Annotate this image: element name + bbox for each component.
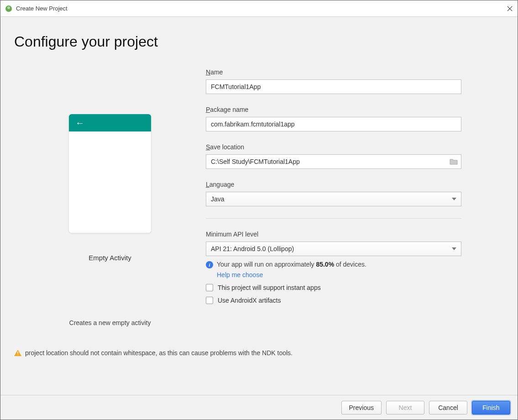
template-name: Empty Activity: [89, 254, 131, 262]
min-api-select-value: API 21: Android 5.0 (Lollipop): [211, 245, 294, 252]
warning-icon: [14, 350, 21, 356]
instant-apps-label: This project will support instant apps: [218, 284, 321, 291]
svg-rect-4: [17, 352, 18, 354]
package-name-label: Package name: [206, 106, 461, 113]
previous-button[interactable]: Previous: [341, 401, 382, 415]
window-title: Create New Project: [16, 5, 68, 12]
language-select[interactable]: Java: [206, 192, 461, 206]
dialog-body: Configure your project ← Empty Activity …: [0, 17, 518, 395]
instant-apps-checkbox-row: This project will support instant apps: [206, 284, 461, 291]
warning-row: project location should not contain whit…: [14, 349, 293, 357]
android-studio-icon: [5, 5, 12, 12]
dialog-footer: Previous Next Cancel Finish: [0, 395, 518, 420]
cancel-button[interactable]: Cancel: [429, 401, 467, 415]
finish-button[interactable]: Finish: [472, 401, 510, 415]
api-coverage-info: i Your app will run on approximately 85.…: [206, 261, 461, 268]
chevron-down-icon: [452, 247, 456, 250]
chevron-down-icon: [452, 198, 456, 200]
next-button: Next: [386, 401, 424, 415]
browse-folder-icon[interactable]: [450, 158, 458, 165]
form-column: Name Package name Save location: [206, 68, 461, 326]
page-heading: Configure your project: [14, 33, 504, 50]
help-me-choose-link[interactable]: Help me choose: [217, 271, 461, 278]
info-icon: i: [206, 261, 213, 268]
warning-text: project location should not contain whit…: [25, 349, 293, 357]
language-select-value: Java: [211, 195, 225, 203]
divider: [206, 218, 461, 219]
androidx-checkbox-row: Use AndroidX artifacts: [206, 297, 461, 304]
save-location-label: Save location: [206, 143, 461, 151]
device-preview: ←: [69, 114, 151, 233]
template-description: Creates a new empty activity: [69, 319, 151, 326]
template-preview-column: ← Empty Activity Creates a new empty act…: [14, 68, 206, 326]
min-api-label: Minimum API level: [206, 231, 461, 238]
svg-point-1: [7, 6, 10, 9]
preview-toolbar: ←: [69, 114, 151, 131]
androidx-label: Use AndroidX artifacts: [218, 297, 281, 304]
close-icon[interactable]: [507, 5, 513, 12]
instant-apps-checkbox[interactable]: [206, 284, 213, 291]
titlebar: Create New Project: [0, 0, 518, 17]
min-api-select[interactable]: API 21: Android 5.0 (Lollipop): [206, 242, 461, 256]
svg-rect-5: [17, 355, 18, 356]
androidx-checkbox[interactable]: [206, 297, 213, 304]
back-arrow-icon: ←: [75, 118, 84, 127]
name-input[interactable]: [206, 79, 461, 94]
name-label: Name: [206, 68, 461, 76]
dialog-window: Create New Project Configure your projec…: [0, 0, 518, 420]
language-label: Language: [206, 181, 461, 188]
save-location-input[interactable]: [206, 154, 461, 169]
package-name-input[interactable]: [206, 117, 461, 131]
